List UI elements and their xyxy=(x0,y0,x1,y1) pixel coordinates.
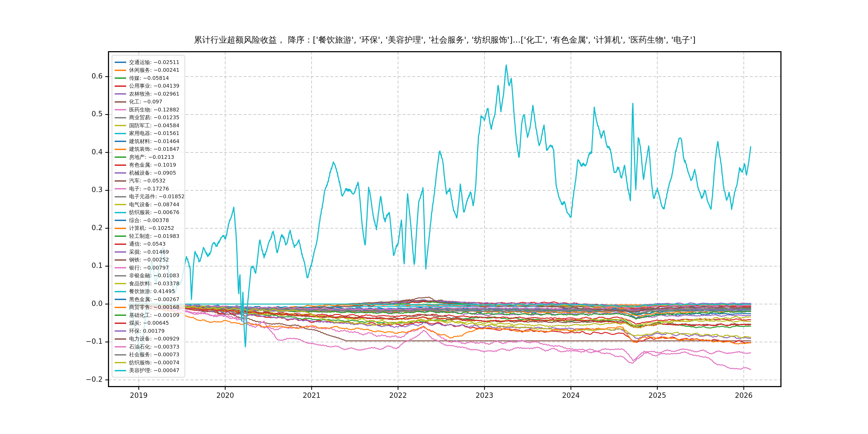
legend-item: 非银金融: −0.01083 xyxy=(115,272,182,280)
legend-label: 有色金属: −0.1019 xyxy=(129,162,176,168)
legend-line-sample xyxy=(115,70,126,71)
legend-line-sample xyxy=(115,275,126,277)
legend-label: 传媒: −0.05814 xyxy=(129,75,169,81)
legend-line-sample xyxy=(115,220,126,221)
legend-label: 综合: −0.00378 xyxy=(129,218,169,223)
legend-label: 电子: −0.17276 xyxy=(129,186,169,191)
legend-item: 休闲服务: −0.00241 xyxy=(115,66,182,74)
legend-label: 计算机: −0.10252 xyxy=(129,225,174,231)
legend-item: 环保: 0.00179 xyxy=(115,327,182,335)
legend-line-sample xyxy=(115,78,126,79)
legend-label: 社会服务: −0.00073 xyxy=(129,352,180,358)
legend-label: 纺织服装: −0.00676 xyxy=(129,210,180,215)
legend-line-sample xyxy=(115,267,126,269)
legend-item: 纺织服饰: −0.00074 xyxy=(115,359,182,367)
legend-item: 汽车: −0.0532 xyxy=(115,177,182,185)
legend-line-sample xyxy=(115,204,126,205)
legend-label: 商贸零售: −0.00168 xyxy=(129,305,180,310)
legend-item: 化工: −0.097 xyxy=(115,98,182,106)
legend-label: 电子元器件: −0.01852 xyxy=(129,194,185,199)
legend-line-sample xyxy=(115,141,126,142)
legend-item: 建筑装饰: −0.01847 xyxy=(115,146,182,153)
legend-line-sample xyxy=(115,196,126,197)
legend-item: 美容护理: −0.00047 xyxy=(115,367,182,374)
legend-label: 采掘: −0.01469 xyxy=(129,249,169,255)
legend-item: 餐饮旅游: 0.41495 xyxy=(115,288,182,296)
legend-item: 商业贸易: −0.01235 xyxy=(115,114,182,122)
legend-label: 国防军工: −0.04584 xyxy=(129,123,180,128)
legend-item: 建筑材料: −0.01464 xyxy=(115,137,182,145)
legend-item: 银行: −0.00797 xyxy=(115,264,182,272)
legend-line-sample xyxy=(115,62,126,63)
legend-label: 建筑装饰: −0.01847 xyxy=(129,147,180,152)
legend-item: 采掘: −0.01469 xyxy=(115,248,182,256)
legend-line-sample xyxy=(115,101,126,103)
legend-label: 房地产: −0.01213 xyxy=(129,155,174,160)
legend-item: 钢铁: −0.00252 xyxy=(115,256,182,264)
legend-label: 纺织服饰: −0.00074 xyxy=(129,360,180,365)
legend-label: 基础化工: −0.00109 xyxy=(129,313,180,318)
legend-line-sample xyxy=(115,236,126,237)
legend-line-sample xyxy=(115,93,126,95)
legend-label: 煤炭: −0.00645 xyxy=(129,320,169,326)
legend-line-sample xyxy=(115,244,126,245)
legend-item: 有色金属: −0.1019 xyxy=(115,161,182,169)
legend-line-sample xyxy=(115,228,126,229)
legend-item: 农林牧渔: −0.02961 xyxy=(115,90,182,98)
legend-label: 食品饮料: −0.03378 xyxy=(129,281,180,286)
legend-line-sample xyxy=(115,125,126,126)
legend-label: 轻工制造: −0.01983 xyxy=(129,234,180,239)
legend-line-sample xyxy=(115,172,126,174)
legend-label: 电气设备: −0.08744 xyxy=(129,202,180,207)
legend-line-sample xyxy=(115,156,126,158)
legend-line-sample xyxy=(115,86,126,87)
legend-item: 纺织服装: −0.00676 xyxy=(115,209,182,216)
legend-item: 社会服务: −0.00073 xyxy=(115,351,182,359)
legend-label: 环保: 0.00179 xyxy=(129,329,164,334)
legend-line-sample xyxy=(115,338,126,340)
legend-line-sample xyxy=(115,117,126,118)
legend-line-sample xyxy=(115,362,126,363)
legend-item: 商贸零售: −0.00168 xyxy=(115,304,182,311)
legend-line-sample xyxy=(115,283,126,284)
legend-item: 家用电器: −0.01561 xyxy=(115,130,182,137)
legend-line-sample xyxy=(115,299,126,300)
legend-label: 农林牧渔: −0.02961 xyxy=(129,91,180,97)
legend-line-sample xyxy=(115,259,126,261)
legend-label: 石油石化: −0.00373 xyxy=(129,344,180,350)
legend-item: 电子: −0.17276 xyxy=(115,185,182,193)
legend-label: 公用事业: −0.04139 xyxy=(129,83,180,89)
legend-item: 国防军工: −0.04584 xyxy=(115,122,182,129)
legend-line-sample xyxy=(115,346,126,347)
legend-item: 轻工制造: −0.01983 xyxy=(115,232,182,240)
legend-label: 交通运输: −0.02511 xyxy=(129,60,180,65)
legend-item: 基础化工: −0.00109 xyxy=(115,311,182,319)
legend-item: 通信: −0.0543 xyxy=(115,240,182,248)
legend-label: 建筑材料: −0.01464 xyxy=(129,139,180,144)
legend-line-sample xyxy=(115,307,126,308)
legend-item: 医药生物: −0.12882 xyxy=(115,106,182,114)
legend-item: 石油石化: −0.00373 xyxy=(115,343,182,351)
legend-item: 机械设备: −0.0905 xyxy=(115,169,182,177)
legend-label: 机械设备: −0.0905 xyxy=(129,170,176,176)
legend-line-sample xyxy=(115,164,126,166)
legend-label: 餐饮旅游: 0.41495 xyxy=(129,289,175,294)
legend-line-sample xyxy=(115,133,126,134)
legend-item: 交通运输: −0.02511 xyxy=(115,58,182,66)
legend-item: 电气设备: −0.08744 xyxy=(115,201,182,209)
legend-item: 电力设备: −0.00929 xyxy=(115,335,182,343)
legend-label: 电力设备: −0.00929 xyxy=(129,336,180,342)
chart-title: 累计行业超额风险收益， 降序：['餐饮旅游', '环保', '美容护理', '社… xyxy=(194,34,696,45)
legend-item: 电子元器件: −0.01852 xyxy=(115,193,182,201)
legend-line-sample xyxy=(115,314,126,316)
legend-item: 传媒: −0.05814 xyxy=(115,74,182,82)
legend-line-sample xyxy=(115,330,126,332)
legend-label: 黑色金属: −0.00267 xyxy=(129,297,180,302)
legend-line-sample xyxy=(115,291,126,292)
legend-label: 休闲服务: −0.00241 xyxy=(129,67,180,73)
legend-label: 汽车: −0.0532 xyxy=(129,178,165,184)
legend-label: 医药生物: −0.12882 xyxy=(129,107,180,113)
legend-line-sample xyxy=(115,354,126,355)
legend-line-sample xyxy=(115,180,126,182)
legend-label: 通信: −0.0543 xyxy=(129,241,165,247)
